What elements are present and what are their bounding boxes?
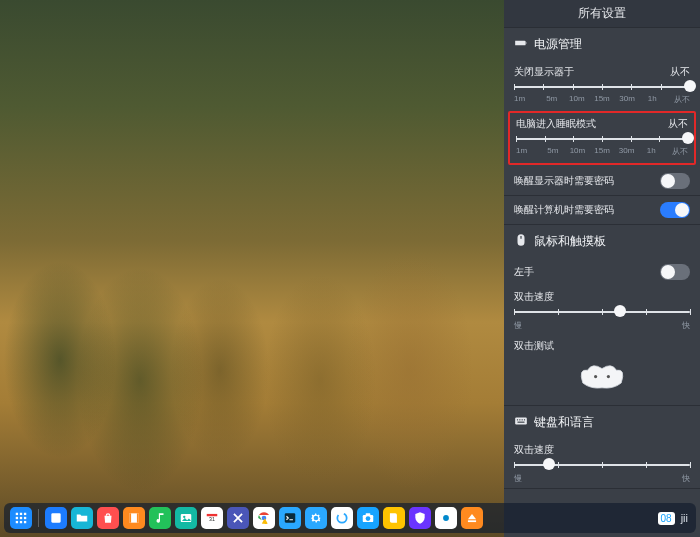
svg-rect-11 bbox=[16, 517, 18, 519]
svg-rect-16 bbox=[24, 521, 26, 523]
dock-settings[interactable] bbox=[305, 507, 327, 529]
svg-point-0 bbox=[594, 375, 597, 378]
svg-point-34 bbox=[443, 515, 449, 521]
svg-rect-17 bbox=[51, 513, 60, 522]
settings-panel: 所有设置 电源管理 关闭显示器于 从不 bbox=[504, 0, 700, 537]
dock-multitask[interactable] bbox=[45, 507, 67, 529]
cat-icon bbox=[575, 359, 629, 391]
svg-rect-32 bbox=[366, 513, 371, 515]
display-off-slider[interactable] bbox=[514, 82, 690, 92]
dock-separator bbox=[38, 509, 39, 527]
section-power: 电源管理 关闭显示器于 从不 bbox=[504, 28, 700, 225]
svg-point-27 bbox=[262, 516, 267, 521]
dock-deepin[interactable] bbox=[435, 507, 457, 529]
svg-rect-14 bbox=[16, 521, 18, 523]
svg-rect-8 bbox=[16, 513, 18, 515]
row-kb-repeat: 双击速度 慢 快 bbox=[504, 439, 700, 488]
dbl-speed-minmax: 慢 快 bbox=[514, 320, 690, 331]
display-off-value: 从不 bbox=[670, 65, 690, 79]
display-off-label: 关闭显示器于 bbox=[514, 65, 574, 79]
dock-safe[interactable] bbox=[409, 507, 431, 529]
section-power-label: 电源管理 bbox=[534, 36, 582, 53]
dock-tray[interactable]: 08jii bbox=[658, 512, 690, 525]
wake-computer-pw-label: 唤醒计算机时需要密码 bbox=[514, 203, 614, 217]
dock-music[interactable] bbox=[149, 507, 171, 529]
left-hand-toggle[interactable] bbox=[660, 264, 690, 280]
svg-point-29 bbox=[337, 513, 346, 522]
svg-rect-7 bbox=[518, 422, 525, 423]
svg-rect-35 bbox=[468, 520, 476, 522]
dock-eject[interactable] bbox=[461, 507, 483, 529]
section-keyboard-label: 键盘和语言 bbox=[534, 414, 594, 431]
mouse-icon bbox=[514, 233, 528, 250]
dock-file-manager[interactable] bbox=[71, 507, 93, 529]
svg-rect-12 bbox=[20, 517, 22, 519]
panel-title: 所有设置 bbox=[504, 0, 700, 28]
dock-viewer[interactable] bbox=[175, 507, 197, 529]
svg-point-31 bbox=[366, 516, 371, 521]
sleep-slider[interactable] bbox=[516, 134, 688, 144]
row-wake-display-pw: 唤醒显示器时需要密码 bbox=[504, 167, 700, 195]
svg-rect-28 bbox=[285, 513, 296, 522]
kb-repeat-minmax: 慢 快 bbox=[514, 473, 690, 484]
svg-text:31: 31 bbox=[209, 516, 215, 522]
svg-rect-10 bbox=[24, 513, 26, 515]
row-left-hand: 左手 bbox=[504, 258, 700, 286]
svg-rect-15 bbox=[20, 521, 22, 523]
wake-display-pw-toggle[interactable] bbox=[660, 173, 690, 189]
section-keyboard-header[interactable]: 键盘和语言 bbox=[504, 406, 700, 439]
dbl-speed-label: 双击速度 bbox=[514, 290, 690, 304]
svg-rect-3 bbox=[517, 419, 518, 420]
svg-point-1 bbox=[607, 375, 610, 378]
row-wake-computer-pw: 唤醒计算机时需要密码 bbox=[504, 195, 700, 224]
dock-store[interactable] bbox=[97, 507, 119, 529]
display-off-ticks: 1m 5m 10m 15m 30m 1h 从不 bbox=[514, 94, 690, 105]
svg-rect-2 bbox=[515, 418, 527, 425]
svg-rect-4 bbox=[519, 419, 520, 420]
tray-badge: 08 bbox=[658, 512, 675, 525]
kb-repeat-slider[interactable] bbox=[514, 460, 690, 470]
panel-title-text: 所有设置 bbox=[578, 5, 626, 22]
sleep-ticks: 1m 5m 10m 15m 30m 1h 从不 bbox=[516, 146, 688, 157]
svg-rect-19 bbox=[129, 513, 131, 522]
left-hand-label: 左手 bbox=[514, 265, 534, 279]
sleep-label: 电脑进入睡眠模式 bbox=[516, 117, 596, 131]
wake-computer-pw-toggle[interactable] bbox=[660, 202, 690, 218]
wake-display-pw-label: 唤醒显示器时需要密码 bbox=[514, 174, 614, 188]
dock: 3108jii bbox=[4, 503, 696, 533]
dbl-test-target[interactable] bbox=[575, 359, 629, 391]
section-mouse-label: 鼠标和触摸板 bbox=[534, 233, 606, 250]
section-keyboard: 键盘和语言 双击速度 慢 快 bbox=[504, 406, 700, 489]
dock-chrome[interactable] bbox=[253, 507, 275, 529]
keyboard-icon bbox=[514, 414, 528, 431]
row-dbl-test: 双击测试 bbox=[504, 335, 700, 405]
dock-camera[interactable] bbox=[357, 507, 379, 529]
row-sleep-highlight: 电脑进入睡眠模式 从不 1m 5m 10m bbox=[508, 111, 696, 165]
dock-terminal[interactable] bbox=[279, 507, 301, 529]
dock-video[interactable] bbox=[123, 507, 145, 529]
dock-spinner[interactable] bbox=[331, 507, 353, 529]
battery-icon bbox=[514, 36, 528, 53]
dbl-speed-slider[interactable] bbox=[514, 307, 690, 317]
dock-manual[interactable] bbox=[383, 507, 405, 529]
svg-rect-9 bbox=[20, 513, 22, 515]
row-dbl-speed: 双击速度 慢 快 bbox=[504, 286, 700, 335]
dock-launcher[interactable] bbox=[10, 507, 32, 529]
svg-rect-20 bbox=[137, 513, 139, 522]
section-mouse-header[interactable]: 鼠标和触摸板 bbox=[504, 225, 700, 258]
section-mouse: 鼠标和触摸板 左手 双击速度 慢 bbox=[504, 225, 700, 406]
dock-calendar[interactable]: 31 bbox=[201, 507, 223, 529]
row-display-off: 关闭显示器于 从不 1m 5m 10m bbox=[504, 61, 700, 109]
tray-time: jii bbox=[681, 512, 688, 524]
svg-point-22 bbox=[183, 516, 185, 518]
dbl-test-label: 双击测试 bbox=[514, 339, 690, 353]
sleep-value: 从不 bbox=[668, 117, 688, 131]
section-power-header[interactable]: 电源管理 bbox=[504, 28, 700, 61]
svg-rect-13 bbox=[24, 517, 26, 519]
svg-rect-5 bbox=[522, 419, 523, 420]
svg-rect-6 bbox=[524, 419, 525, 420]
dock-crossover[interactable] bbox=[227, 507, 249, 529]
kb-repeat-label: 双击速度 bbox=[514, 443, 690, 457]
